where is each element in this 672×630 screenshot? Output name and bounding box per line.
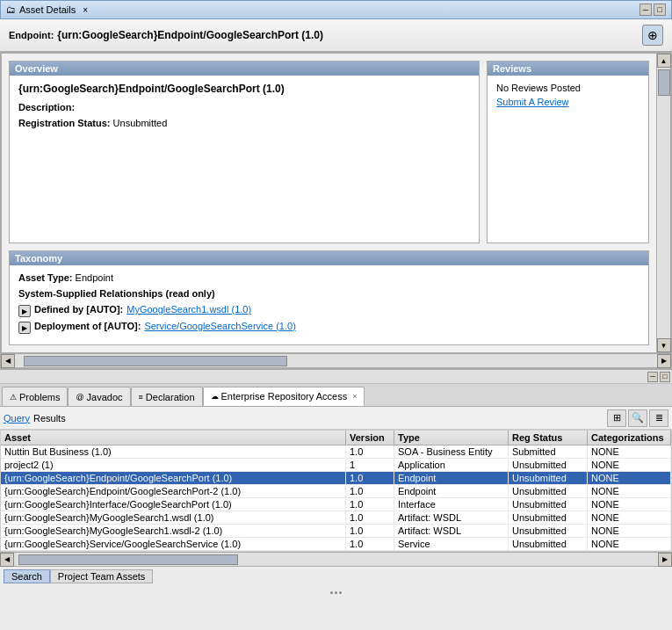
overview-header: Overview <box>10 62 479 76</box>
submit-review-link[interactable]: Submit A Review <box>496 97 639 107</box>
table-row[interactable]: {urn:GoogleSearch}Service/GoogleSearchSe… <box>1 538 671 551</box>
overview-panel: Overview {urn:GoogleSearch}Endpoint/Goog… <box>9 61 480 243</box>
scroll-down-btn[interactable]: ▼ <box>657 338 671 352</box>
cell-version: 1.0 <box>346 445 394 459</box>
relationship-1: ▶ Defined by [AUTO]: MyGoogleSearch1.wsd… <box>18 304 639 317</box>
reviews-header: Reviews <box>488 62 648 76</box>
table-h-right-btn[interactable]: ▶ <box>658 553 672 567</box>
tab-problems[interactable]: ⚠ Problems <box>2 387 68 406</box>
table-row[interactable]: {urn:GoogleSearch}Endpoint/GoogleSearchP… <box>1 485 671 498</box>
tab-enterprise-repo[interactable]: ☁ Enterprise Repository Access × <box>203 387 365 406</box>
results-table: Asset Version Type Reg Status Categoriza… <box>1 431 671 551</box>
rel2-label: Deployment of [AUTO]: <box>34 321 141 331</box>
search-btn[interactable]: Search <box>4 569 50 583</box>
col-type[interactable]: Type <box>394 431 509 445</box>
table-h-track <box>14 554 658 566</box>
project-team-btn[interactable]: Project Team Assets <box>50 569 153 583</box>
table-row[interactable]: {urn:GoogleSearch}MyGoogleSearch1.wsdl (… <box>1 511 671 525</box>
cell-version: 1.0 <box>346 525 394 538</box>
panel-minimize-btn[interactable]: ─ <box>647 372 658 382</box>
cell-version: 1.0 <box>346 485 394 498</box>
cell-type: Interface <box>394 498 509 511</box>
title-bar: 🗂 Asset Details × ─ □ <box>0 0 672 19</box>
toolbar-btn-3[interactable]: ≣ <box>649 409 668 427</box>
reg-status-label: Registration Status: <box>18 118 111 128</box>
tab-declaration-label: Declaration <box>146 392 195 402</box>
table-row[interactable]: {urn:GoogleSearch}Interface/GoogleSearch… <box>1 498 671 511</box>
reviews-panel: Reviews No Reviews Posted Submit A Revie… <box>487 61 649 243</box>
main-scrollbar[interactable]: ▲ ▼ <box>656 54 670 352</box>
cell-categorizations: NONE <box>588 511 671 525</box>
cell-asset: {urn:GoogleSearch}MyGoogleSearch1.wsdl-2… <box>1 525 346 538</box>
endpoint-icon: ⊕ <box>642 25 663 46</box>
results-toolbar: Query Results ⊞ 🔍 ≣ <box>0 407 672 430</box>
play-icon-2[interactable]: ▶ <box>18 322 31 334</box>
col-regstatus[interactable]: Reg Status <box>509 431 588 445</box>
table-h-scrollbar[interactable]: ◀ ▶ <box>0 552 672 566</box>
h-scroll-thumb[interactable] <box>24 356 287 366</box>
cell-regstatus: Submitted <box>509 445 588 459</box>
main-h-scrollbar[interactable]: ◀ ▶ <box>1 353 671 367</box>
tab-javadoc-label: Javadoc <box>87 392 123 402</box>
dot-1 <box>330 591 333 594</box>
table-row[interactable]: Nuttin But Business (1.0) 1.0 SOA - Busi… <box>1 445 671 459</box>
scroll-up-btn[interactable]: ▲ <box>657 54 671 68</box>
h-scroll-right-btn[interactable]: ▶ <box>657 354 671 368</box>
tabs-container: ─ □ ⚠ Problems @ Javadoc ≡ Declaration ☁… <box>0 368 672 566</box>
asset-type-label: Asset Type: <box>18 272 73 283</box>
table-row[interactable]: project2 (1) 1 Application Unsubmitted N… <box>1 459 671 472</box>
minimize-button[interactable]: ─ <box>639 4 652 16</box>
table-h-thumb[interactable] <box>18 554 238 565</box>
cell-type: Application <box>394 459 509 472</box>
table-row[interactable]: {urn:GoogleSearch}MyGoogleSearch1.wsdl-2… <box>1 525 671 538</box>
col-version[interactable]: Version <box>346 431 394 445</box>
query-link[interactable]: Query <box>4 413 30 424</box>
cell-version: 1.0 <box>346 472 394 485</box>
cell-categorizations: NONE <box>588 459 671 472</box>
taxonomy-panel: Taxonomy Asset Type: Endpoint System-Sup… <box>9 250 649 345</box>
table-row[interactable]: {urn:GoogleSearch}Endpoint/GoogleSearchP… <box>1 472 671 485</box>
panel-controls: ─ □ <box>0 370 672 384</box>
tab-close-icon[interactable]: × <box>352 392 357 401</box>
description-label: Description: <box>18 102 75 112</box>
endpoint-header: Endpoint: {urn:GoogleSearch}Endpoint/Goo… <box>0 19 672 52</box>
rel1-link[interactable]: MyGoogleSearch1.wsdl (1.0) <box>126 304 251 315</box>
cell-asset: {urn:GoogleSearch}Interface/GoogleSearch… <box>1 498 346 511</box>
h-scroll-track <box>15 355 657 367</box>
asset-type-value: Endpoint <box>76 272 113 283</box>
rel2-link[interactable]: Service/GoogleSearchService (1.0) <box>144 321 295 331</box>
relationship-2: ▶ Deployment of [AUTO]: Service/GoogleSe… <box>18 321 639 334</box>
toolbar-btn-1[interactable]: ⊞ <box>607 409 626 427</box>
tab-enterprise-label: Enterprise Repository Access <box>221 391 348 402</box>
declaration-icon: ≡ <box>139 393 143 402</box>
scroll-thumb[interactable] <box>658 69 670 96</box>
h-scroll-left-btn[interactable]: ◀ <box>1 354 15 368</box>
cell-type: Service <box>394 538 509 551</box>
cell-version: 1.0 <box>346 498 394 511</box>
window-icon: 🗂 <box>6 4 16 15</box>
cell-version: 1.0 <box>346 511 394 525</box>
cell-regstatus: Unsubmitted <box>509 472 588 485</box>
cell-asset: {urn:GoogleSearch}Endpoint/GoogleSearchP… <box>1 485 346 498</box>
maximize-button[interactable]: □ <box>654 4 666 16</box>
tab-declaration[interactable]: ≡ Declaration <box>131 387 203 406</box>
col-asset[interactable]: Asset <box>1 431 346 445</box>
cell-asset: project2 (1) <box>1 459 346 472</box>
cell-categorizations: NONE <box>588 498 671 511</box>
table-h-left-btn[interactable]: ◀ <box>0 553 14 567</box>
cell-regstatus: Unsubmitted <box>509 525 588 538</box>
results-table-container: Asset Version Type Reg Status Categoriza… <box>0 430 672 552</box>
col-categorizations[interactable]: Categorizations <box>588 431 671 445</box>
play-icon-1[interactable]: ▶ <box>18 305 31 317</box>
cell-type: Endpoint <box>394 472 509 485</box>
toolbar-btn-2[interactable]: 🔍 <box>628 409 647 427</box>
tab-javadoc[interactable]: @ Javadoc <box>68 387 130 406</box>
close-tab-icon[interactable]: × <box>83 5 88 15</box>
cell-regstatus: Unsubmitted <box>509 538 588 551</box>
cell-type: Artifact: WSDL <box>394 525 509 538</box>
reg-status-value: Unsubmitted <box>113 118 168 128</box>
cell-type: SOA - Business Entity <box>394 445 509 459</box>
panel-maximize-btn[interactable]: □ <box>660 372 670 382</box>
cell-asset: Nuttin But Business (1.0) <box>1 445 346 459</box>
cell-version: 1.0 <box>346 538 394 551</box>
